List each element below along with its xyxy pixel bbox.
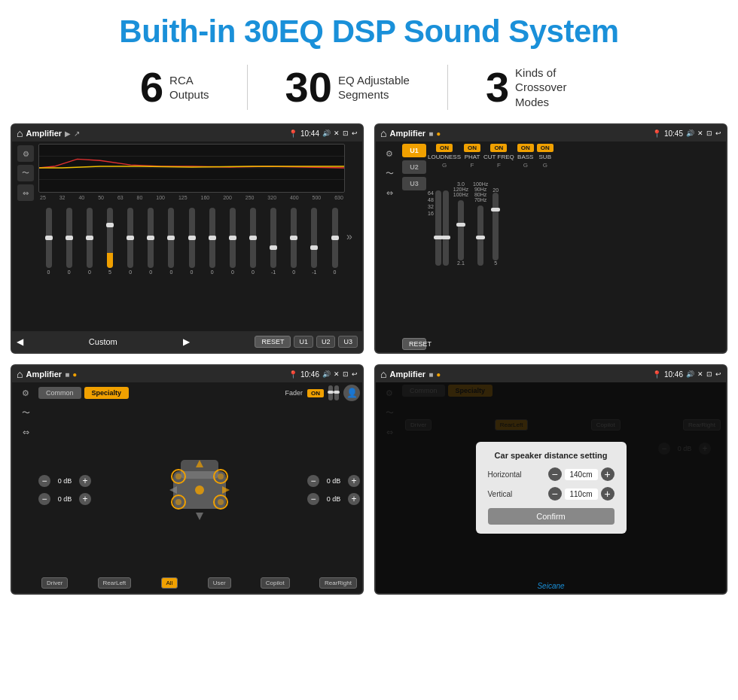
eq-slider[interactable] <box>46 208 52 268</box>
prev-preset-button[interactable]: ◀ <box>17 336 23 347</box>
dialog-overlay: Car speaker distance setting Horizontal … <box>376 382 726 593</box>
eq-slider[interactable] <box>230 208 236 268</box>
freq-label: 160 <box>201 195 210 200</box>
eq-settings-icon[interactable]: ⚙ <box>17 145 34 162</box>
v-slider-loudness-1[interactable] <box>435 190 441 266</box>
v-slider-cutfreq[interactable] <box>458 200 464 260</box>
amp-settings-icon[interactable]: ⚙ <box>381 145 398 162</box>
driver-button[interactable]: Driver <box>41 577 68 589</box>
channel-u1[interactable]: U1 <box>402 144 426 157</box>
vertical-plus[interactable]: + <box>601 487 614 501</box>
eq-slider[interactable] <box>168 208 174 268</box>
reset-button[interactable]: RESET <box>255 336 291 348</box>
seicane-brand: Seicane <box>537 582 564 590</box>
slider-col: -1 <box>306 208 323 275</box>
db-minus-br[interactable]: − <box>307 493 319 505</box>
bass-on[interactable]: ON <box>517 144 534 152</box>
home-icon-2[interactable]: ⌂ <box>380 127 386 139</box>
slider-col: -1 <box>265 208 282 275</box>
stat-rca: 6 RCAOutputs <box>102 66 247 108</box>
status-right-3: 📍 10:46 🔊 ✕ ⊡ ↩ <box>288 370 358 379</box>
expand-arrow[interactable]: » <box>346 144 360 329</box>
db-minus-bl[interactable]: − <box>38 493 50 505</box>
eq-slider[interactable] <box>189 208 195 268</box>
v-slider-sub[interactable] <box>493 193 499 260</box>
user-button[interactable]: User <box>208 577 231 589</box>
distance-dialog: Car speaker distance setting Horizontal … <box>476 442 627 534</box>
phat-on[interactable]: ON <box>464 144 480 152</box>
eq-slider[interactable] <box>209 208 215 268</box>
amp-channels: U1 U2 U3 RESET <box>402 144 426 350</box>
db-plus-br[interactable]: + <box>348 493 360 505</box>
home-icon-4[interactable]: ⌂ <box>380 368 386 380</box>
fader-on-badge[interactable]: ON <box>307 389 324 397</box>
db-val-bl: 0 dB <box>53 495 76 503</box>
all-button[interactable]: All <box>161 577 178 589</box>
vertical-minus[interactable]: − <box>548 487 562 501</box>
status-right-1: 📍 10:44 🔊 ✕ ⊡ ↩ <box>288 129 358 138</box>
rearright-button[interactable]: RearRight <box>319 577 357 589</box>
slider-val: 0 <box>149 269 152 275</box>
amp-v-sliders: 64 48 32 16 3.0 120Hz 100H <box>428 171 724 269</box>
fader-slider-1[interactable] <box>328 385 333 400</box>
fullscreen-icon-1: ⊡ <box>343 129 349 137</box>
loudness-group: ON LOUDNESS G <box>428 144 461 169</box>
profile-icon[interactable]: 👤 <box>343 385 360 401</box>
u1-button[interactable]: U1 <box>294 336 313 348</box>
eq-slider[interactable] <box>332 208 338 268</box>
eq-slider[interactable] <box>148 208 154 268</box>
v-slider-loudness-2[interactable] <box>443 190 449 266</box>
spk-wave-icon[interactable]: 〜 <box>17 404 34 421</box>
channel-u2[interactable]: U2 <box>402 160 426 174</box>
amp-wave-icon[interactable]: 〜 <box>381 165 398 181</box>
slider-col: 0 <box>122 208 139 275</box>
db-minus-tr[interactable]: − <box>307 475 319 487</box>
eq-wave-icon[interactable]: 〜 <box>17 165 34 181</box>
eq-slider[interactable] <box>66 208 72 268</box>
copilot-button[interactable]: Copilot <box>261 577 290 589</box>
u3-button[interactable]: U3 <box>338 336 358 348</box>
eq-sidebar: ⚙ 〜 ⇔ <box>14 144 37 329</box>
confirm-button[interactable]: Confirm <box>488 508 614 525</box>
v-slider-bass[interactable] <box>477 205 483 266</box>
tab-common[interactable]: Common <box>38 387 81 399</box>
next-preset-button[interactable]: ▶ <box>183 336 190 347</box>
db-minus-tl[interactable]: − <box>38 475 50 487</box>
tab-specialty[interactable]: Specialty <box>84 387 130 399</box>
right-db-controls: − 0 dB + − 0 dB + <box>307 406 360 573</box>
screen-distance: ⌂ Amplifier ■ ● 📍 10:46 🔊 ✕ ⊡ ↩ ⚙ 〜 ⇔ <box>374 364 727 595</box>
bass-label: BASS <box>517 154 533 160</box>
eq-balance-icon[interactable]: ⇔ <box>17 184 34 201</box>
fullscreen-icon-3: ⊡ <box>343 370 349 378</box>
rearleft-button[interactable]: RearLeft <box>98 577 132 589</box>
status-bar-3: ⌂ Amplifier ■ ● 📍 10:46 🔊 ✕ ⊡ ↩ <box>12 366 362 382</box>
db-plus-bl[interactable]: + <box>79 493 91 505</box>
fader-slider-2[interactable] <box>334 385 339 400</box>
cutfreq-on[interactable]: ON <box>490 144 507 152</box>
eq-slider[interactable] <box>291 208 297 268</box>
eq-slider[interactable] <box>270 208 276 268</box>
channel-u3[interactable]: U3 <box>402 177 426 190</box>
eq-graph <box>38 144 345 193</box>
horizontal-plus[interactable]: + <box>601 467 614 481</box>
home-icon-3[interactable]: ⌂ <box>17 368 23 380</box>
eq-slider[interactable] <box>250 208 256 268</box>
spk-settings-icon[interactable]: ⚙ <box>17 385 34 401</box>
amp-reset-button[interactable]: RESET <box>402 338 426 350</box>
sub-on[interactable]: ON <box>537 144 554 152</box>
db-row-topleft: − 0 dB + <box>38 475 91 487</box>
eq-slider[interactable] <box>127 208 133 268</box>
u2-button[interactable]: U2 <box>316 336 336 348</box>
eq-slider[interactable] <box>311 208 317 268</box>
home-icon-1[interactable]: ⌂ <box>17 127 23 139</box>
eq-slider[interactable] <box>107 208 113 268</box>
spk-balance-icon[interactable]: ⇔ <box>17 424 34 440</box>
db-plus-tr[interactable]: + <box>348 475 360 487</box>
loudness-on[interactable]: ON <box>436 144 453 152</box>
status-right-4: 📍 10:46 🔊 ✕ ⊡ ↩ <box>652 370 721 379</box>
db-plus-tl[interactable]: + <box>79 475 91 487</box>
eq-preset-buttons: RESET U1 U2 U3 <box>255 336 358 348</box>
horizontal-minus[interactable]: − <box>548 467 562 481</box>
eq-slider[interactable] <box>87 208 93 268</box>
amp-balance-icon[interactable]: ⇔ <box>381 184 398 201</box>
